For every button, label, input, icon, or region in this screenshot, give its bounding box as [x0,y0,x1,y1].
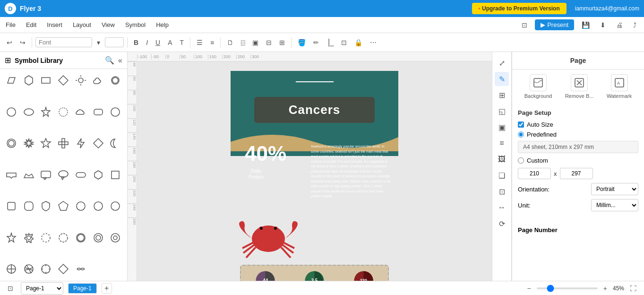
unit-select[interactable]: Millim... Inches Pixels [591,199,638,211]
group-icon-btn[interactable]: ❏ [495,168,509,182]
underline-btn[interactable]: U [153,37,163,48]
predefined-radio[interactable] [518,131,524,138]
shape-circle[interactable] [4,104,19,120]
zoom-out-btn[interactable]: − [524,283,534,294]
transform-icon-btn[interactable]: ↔ [495,200,509,215]
shape-star8[interactable] [21,136,36,151]
text-wrap-btn[interactable]: ⊟ [263,37,275,48]
text-btn[interactable]: A [165,37,175,48]
menu-view[interactable]: View [101,19,116,30]
layers-icon-btn[interactable]: ◱ [495,104,509,118]
shape-circle2[interactable] [73,199,88,214]
menu-edit[interactable]: Edit [25,19,37,30]
page-tab-1[interactable]: Page-1 [68,283,97,294]
shape-moon[interactable] [108,136,123,151]
frame-btn[interactable]: ▣ [249,37,261,48]
shape-gear[interactable] [21,230,36,245]
align-options-btn[interactable]: ≡ [207,37,217,48]
align-left-btn[interactable]: ☰ [194,37,206,48]
shape-speech[interactable] [38,167,53,182]
shape-circle3[interactable] [91,199,106,214]
table-btn[interactable]: ⊞ [276,37,288,48]
shape-circle-dashed[interactable] [56,230,71,245]
shape-circle-double[interactable] [73,230,88,245]
save-btn[interactable]: 💾 [579,19,592,31]
shape-rectangle[interactable] [38,73,53,88]
shape-ornate2[interactable] [108,104,123,120]
shape-rounded-square2[interactable] [21,199,36,214]
shape-square[interactable] [108,167,123,182]
watermark-action[interactable]: A Watermark [607,74,632,99]
shape-diamond2[interactable] [91,136,106,151]
font-size-input[interactable] [105,37,124,47]
lock-btn[interactable]: 🔒 [352,37,365,48]
shape-diamond3[interactable] [91,167,106,182]
frame-icon-btn[interactable]: ▣ [495,120,509,134]
shape-shield[interactable] [38,199,53,214]
fit-page-btn[interactable]: ⛶ [627,283,639,294]
background-action[interactable]: Background [524,74,552,99]
sidebar-collapse-button[interactable]: « [118,56,122,65]
menu-file[interactable]: File [5,19,17,30]
shape-banner[interactable] [4,167,19,182]
grid-icon-btn[interactable]: ⊞ [495,88,509,102]
shape-pentagon[interactable] [56,199,71,214]
shape-dotted-circle[interactable] [56,104,71,120]
sidebar-search-button[interactable]: 🔍 [105,56,114,65]
menu-symbol[interactable]: Symbol [124,19,146,30]
menu-help[interactable]: Help [155,19,170,30]
shape-sun[interactable] [73,73,88,88]
shape-rounded-rect[interactable] [91,104,106,120]
clip-btn[interactable]: ⊡ [338,37,350,48]
shape-oval[interactable] [21,104,36,120]
print-btn[interactable]: 🖨 [613,19,626,31]
orientation-select[interactable]: Portrait Landscape [591,183,638,195]
crop-icon-btn[interactable]: ⊡ [495,184,509,199]
shape-ornate[interactable] [108,73,123,88]
shape-ring2[interactable] [91,230,106,245]
shape-pill[interactable] [73,167,88,182]
shape-circle-dotted[interactable] [38,230,53,245]
shape-target[interactable] [38,261,53,277]
shape-hexagon[interactable] [21,73,36,88]
menu-insert[interactable]: Insert [46,19,63,30]
stroke-btn[interactable]: ✏ [310,37,322,48]
stack-icon-btn[interactable]: ≡ [495,136,509,150]
dash-btn[interactable]: ⎟⎯ [324,37,336,48]
menu-layout[interactable]: Layout [72,19,92,30]
zoom-slider[interactable] [537,287,598,289]
char-spacing-btn[interactable]: ⌹ [238,37,248,48]
fill-btn[interactable]: 🪣 [295,37,309,48]
shape-lightning[interactable] [73,136,88,151]
page-thumbnail-toggle[interactable]: ⊡ [5,283,16,294]
shape-parallelogram[interactable] [4,73,19,88]
shape-starburst[interactable] [38,104,53,120]
canvas-scroll[interactable]: Cancers 40% Daily Protein [137,61,492,295]
display-mode-btn[interactable]: ⊡ [519,19,530,31]
expand-icon-btn[interactable]: ⤢ [495,56,509,70]
shape-star-outline[interactable] [4,230,19,245]
text-frame-btn[interactable]: 🗋 [224,37,236,48]
height-input[interactable]: 297 [560,168,593,179]
bold-btn[interactable]: B [131,37,141,48]
remove-bg-action[interactable]: Remove B... [565,74,594,99]
width-input[interactable]: 210 [518,168,551,179]
undo-btn[interactable]: ↩ [4,37,15,48]
shape-ring[interactable] [4,136,19,151]
shape-aperture[interactable] [21,261,36,277]
custom-radio[interactable] [518,157,524,164]
shape-crown[interactable] [21,167,36,182]
share-btn[interactable]: ⤴ [630,19,639,31]
more-btn[interactable]: ⋯ [367,37,379,48]
shape-circle4[interactable] [108,199,123,214]
shape-rounded-square[interactable] [4,199,19,214]
font-dropdown-btn[interactable]: ▾ [94,37,103,48]
shape-star6[interactable] [38,136,53,151]
download-btn[interactable]: ⬇ [597,19,609,31]
auto-size-checkbox[interactable] [518,121,524,128]
page-dropdown[interactable]: Page-1 [21,282,63,295]
shape-callout[interactable] [56,167,71,182]
text-style-btn[interactable]: T [177,37,187,48]
shape-cross[interactable] [56,136,71,151]
edit-icon-btn[interactable]: ✎ [495,72,509,86]
